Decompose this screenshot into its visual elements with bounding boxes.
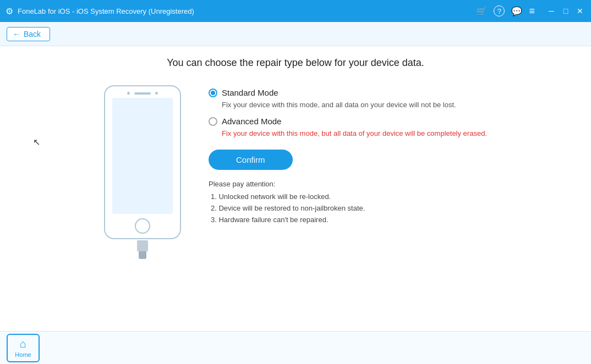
phone-illustration — [104, 85, 181, 259]
close-button[interactable]: ✕ — [574, 5, 585, 16]
cart-icon[interactable]: 🛒 — [476, 6, 487, 16]
maximize-button[interactable]: □ — [560, 5, 571, 16]
phone-dot-2 — [155, 92, 158, 95]
attention-item-3: 3. Hardware failure can't be repaired. — [209, 216, 487, 224]
minimize-button[interactable]: ─ — [546, 5, 557, 16]
menu-icon[interactable]: ≡ — [529, 5, 535, 17]
phone-screen — [112, 98, 173, 214]
advanced-mode-option[interactable]: Advanced Mode — [209, 117, 487, 126]
title-bar: ⚙ FoneLab for iOS - iOS System Recovery … — [0, 0, 591, 22]
attention-title: Please pay attention: — [209, 180, 487, 188]
attention-item-2: 2. Device will be restored to non-jailbr… — [209, 204, 487, 212]
back-arrow-icon: ← — [13, 30, 20, 38]
app-gear-icon: ⚙ — [6, 6, 13, 16]
app-title: FoneLab for iOS - iOS System Recovery (U… — [18, 7, 194, 15]
options-panel: Standard Mode Fix your device with this … — [209, 85, 487, 227]
phone-frame — [104, 85, 181, 239]
phone-connector — [137, 240, 148, 259]
standard-mode-option[interactable]: Standard Mode — [209, 88, 487, 97]
standard-mode-label: Standard Mode — [222, 88, 278, 97]
back-label: Back — [24, 30, 41, 38]
help-icon[interactable]: ? — [494, 5, 505, 16]
back-button[interactable]: ← Back — [7, 27, 50, 41]
title-bar-left: ⚙ FoneLab for iOS - iOS System Recovery … — [6, 6, 194, 16]
phone-top — [127, 86, 158, 98]
home-button[interactable]: ⌂ Home — [7, 334, 40, 362]
footer-bar: ⌂ Home — [0, 331, 591, 364]
standard-mode-description: Fix your device with this mode, and all … — [222, 101, 487, 109]
home-icon: ⌂ — [20, 338, 26, 350]
content-area: Standard Mode Fix your device with this … — [71, 85, 520, 259]
attention-item-1: 1. Unlocked network will be re-locked. — [209, 192, 487, 201]
home-label: Home — [15, 351, 31, 358]
chat-icon[interactable]: 💬 — [511, 6, 522, 16]
connector-stem — [137, 240, 148, 251]
main-content: ↖ You can choose the repair type below f… — [0, 46, 591, 331]
phone-speaker — [134, 92, 151, 95]
advanced-mode-label: Advanced Mode — [222, 117, 281, 126]
page-title: You can choose the repair type below for… — [167, 57, 424, 69]
phone-dot — [127, 92, 130, 95]
phone-home-button — [135, 218, 150, 234]
attention-section: Please pay attention: 1. Unlocked networ… — [209, 180, 487, 224]
advanced-mode-radio[interactable] — [209, 117, 217, 126]
cursor-pointer: ↖ — [33, 137, 40, 147]
connector-plug — [139, 251, 146, 259]
standard-mode-radio[interactable] — [209, 89, 217, 97]
confirm-button[interactable]: Confirm — [209, 150, 293, 170]
window-controls: ─ □ ✕ — [546, 5, 585, 16]
back-bar: ← Back — [0, 22, 591, 46]
advanced-mode-description: Fix your device with this mode, but all … — [222, 129, 487, 137]
title-bar-icons: 🛒 ? 💬 ≡ ─ □ ✕ — [476, 5, 585, 17]
